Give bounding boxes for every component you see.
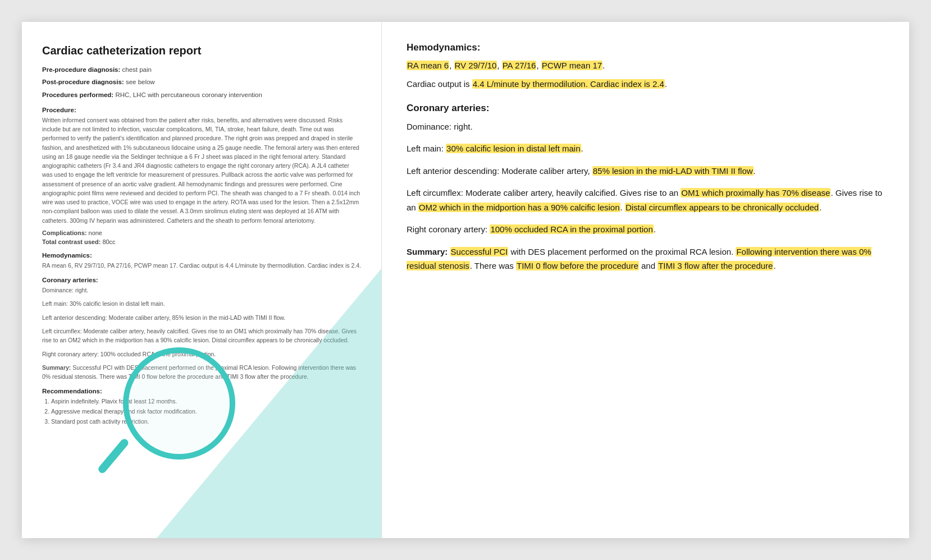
lad-highlight: 85% lesion in the mid-LAD with TIMI II f… (592, 166, 754, 176)
pcwp-highlight: PCWP mean 17 (541, 61, 603, 70)
pre-diagnosis-value: chest pain (122, 66, 152, 73)
complications-value: none (89, 229, 102, 236)
hemodynamics-line2: Cardiac output is 4.4 L/minute by thermo… (407, 77, 884, 91)
dominance-left: Dominance: right. (42, 286, 361, 295)
lcx-para: Left circumflex: Moderate caliber artery… (407, 186, 884, 214)
successful-pci-highlight: Successful PCI (450, 247, 509, 256)
document-title: Cardiac catheterization report (42, 44, 361, 57)
timi3-highlight: TIMI 3 flow after the procedure (658, 261, 773, 270)
procedure-heading: Procedure: (42, 107, 361, 113)
hemodynamics-heading: Hemodynamics: (407, 42, 884, 53)
contrast-heading: Total contrast used: (42, 238, 101, 245)
om2-highlight: OM2 which in the midportion has a 90% ca… (418, 203, 620, 212)
summary-section: Summary: Successful PCI with DES placeme… (407, 245, 884, 273)
main-container: Cardiac catheterization report Pre-proce… (22, 22, 909, 538)
pre-diagnosis-label: Pre-procedure diagnosis: (42, 66, 120, 73)
post-diagnosis-value: see below (126, 79, 155, 85)
pa-highlight: PA 27/16 (502, 61, 537, 70)
procedure-text: Written informed consent was obtained fr… (42, 116, 361, 225)
coronary-heading: Coronary arteries: (407, 103, 884, 114)
rec-item-1: Aspirin indefinitely. Plavix for at leas… (51, 397, 361, 407)
rec-item-2: Aggressive medical therapy and risk fact… (51, 407, 361, 417)
contrast-line: Total contrast used: 80cc (42, 238, 361, 245)
summary-heading-left: Summary: (42, 364, 71, 371)
rca-left: Right coronary artery: 100% occluded RCA… (42, 350, 361, 359)
dominance-para: Dominance: right. (407, 120, 884, 134)
cardiac-output-highlight: 4.4 L/minute by thermodilution. Cardiac … (472, 79, 665, 89)
procedures-label: Procedures performed: (42, 91, 113, 98)
summary-left: Summary: Successful PCI with DES placeme… (42, 363, 361, 382)
om1-highlight: OM1 which proximally has 70% disease (681, 188, 830, 198)
magnifier-handle (97, 438, 130, 475)
hemodynamics-line1: RA mean 6, RV 29/7/10, PA 27/16, PCWP me… (407, 59, 884, 73)
timi0-highlight: TIMI 0 flow before the procedure (516, 261, 639, 270)
contrast-value: 80cc (102, 238, 115, 245)
recommendations-list: Aspirin indefinitely. Plavix for at leas… (42, 397, 361, 427)
procedures-value: RHC, LHC with percutaneous coronary inte… (115, 91, 262, 98)
left-main-highlight: 30% calcific lesion in distal left main (446, 144, 581, 153)
rec-item-3: Standard post cath activity restriction. (51, 417, 361, 427)
summary-bold-heading: Summary: (407, 247, 448, 256)
ra-highlight: RA mean 6 (407, 61, 449, 70)
right-panel: Hemodynamics: RA mean 6, RV 29/7/10, PA … (381, 22, 909, 538)
lad-para: Left anterior descending: Moderate calib… (407, 164, 884, 178)
lad-left: Left anterior descending: Moderate calib… (42, 313, 361, 322)
lcx-left: Left circumflex: Moderate caliber artery… (42, 327, 361, 345)
complications-line: Complications: none (42, 229, 361, 236)
left-main-left: Left main: 30% calcific lesion in distal… (42, 299, 361, 308)
pre-diagnosis-field: Pre-procedure diagnosis: chest pain (42, 65, 361, 75)
hemo-heading-left: Hemodynamics: (42, 252, 361, 259)
rv-highlight: RV 29/7/10 (454, 61, 498, 70)
hemo-text-left: RA mean 6, RV 29/7/10, PA 27/16, PCWP me… (42, 261, 361, 270)
post-diagnosis-field: Post-procedure diagnosis: see below (42, 77, 361, 87)
summary-text-left: Successful PCI with DES placement perfor… (42, 364, 356, 380)
summary-para: Summary: Successful PCI with DES placeme… (407, 245, 884, 273)
left-main-para: Left main: 30% calcific lesion in distal… (407, 141, 884, 156)
rca-highlight: 100% occluded RCA in the proximal portio… (490, 224, 653, 234)
coronary-heading-left: Coronary arteries: (42, 277, 361, 283)
procedures-field: Procedures performed: RHC, LHC with perc… (42, 90, 361, 100)
coronary-section: Coronary arteries: Dominance: right. Lef… (407, 103, 884, 237)
distal-cx-highlight: Distal circumflex appears to be chronica… (625, 203, 819, 212)
recommendations-heading: Recommendations: (42, 388, 361, 394)
left-panel: Cardiac catheterization report Pre-proce… (22, 22, 381, 538)
post-diagnosis-label: Post-procedure diagnosis: (42, 79, 124, 85)
rca-para: Right coronary artery: 100% occluded RCA… (407, 222, 884, 237)
complications-heading: Complications: (42, 229, 86, 236)
